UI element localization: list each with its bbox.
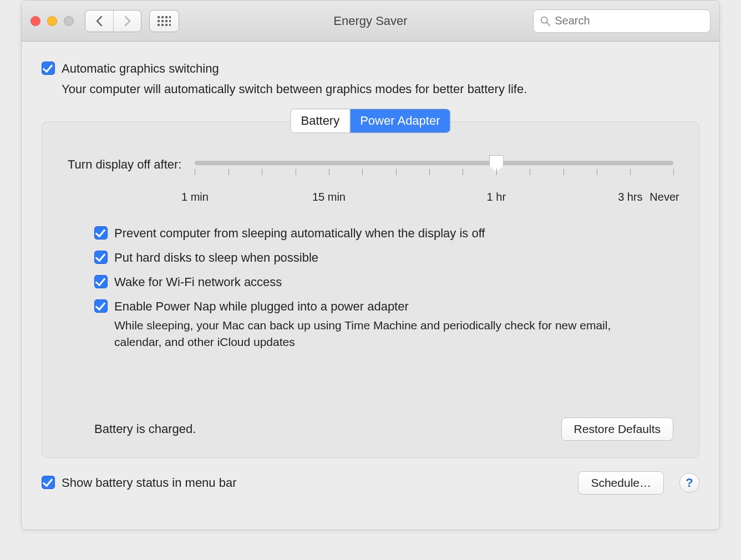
automatic-graphics-checkbox[interactable] — [42, 62, 55, 75]
tab-battery[interactable]: Battery — [291, 109, 350, 133]
power-panel: Battery Power Adapter Turn display off a… — [42, 121, 699, 458]
schedule-button[interactable]: Schedule… — [578, 471, 664, 495]
show-all-button[interactable] — [149, 10, 179, 32]
chevron-left-icon — [95, 16, 103, 27]
close-window-button[interactable] — [31, 16, 40, 26]
search-field[interactable] — [533, 9, 710, 33]
chevron-right-icon — [124, 16, 131, 27]
slider-track — [195, 161, 673, 165]
traffic-lights — [31, 16, 74, 26]
tab-power-adapter[interactable]: Power Adapter — [350, 109, 450, 133]
svg-line-13 — [547, 22, 550, 25]
svg-rect-4 — [158, 20, 160, 22]
minimize-window-button[interactable] — [47, 16, 57, 26]
tick-15min: 15 min — [312, 191, 346, 203]
power-nap-label: Enable Power Nap while plugged into a po… — [114, 299, 409, 314]
power-nap-checkbox[interactable] — [94, 299, 108, 313]
nav-back-forward — [85, 10, 141, 32]
show-battery-label: Show battery status in menu bar — [62, 476, 237, 490]
svg-rect-6 — [165, 20, 168, 22]
tick-1hr: 1 hr — [487, 191, 506, 203]
automatic-graphics-description: Your computer will automatically switch … — [62, 80, 699, 98]
prevent-sleep-row: Prevent computer from sleeping automatic… — [94, 226, 673, 241]
svg-rect-3 — [169, 16, 171, 18]
svg-rect-0 — [158, 16, 160, 18]
show-battery-row: Show battery status in menu bar — [42, 476, 237, 490]
content-area: Automatic graphics switching Your comput… — [22, 42, 719, 458]
wake-wifi-row: Wake for Wi-Fi network access — [94, 275, 673, 289]
restore-defaults-button[interactable]: Restore Defaults — [561, 418, 673, 441]
maximize-window-button — [64, 16, 74, 26]
prevent-sleep-checkbox[interactable] — [94, 226, 108, 240]
wake-wifi-checkbox[interactable] — [94, 275, 108, 288]
panel-footer: Battery is charged. Restore Defaults — [68, 418, 673, 441]
svg-rect-9 — [161, 24, 164, 26]
tick-never: Never — [649, 191, 679, 203]
grid-icon — [158, 16, 171, 26]
power-source-tabs: Battery Power Adapter — [290, 109, 450, 133]
automatic-graphics-row: Automatic graphics switching — [42, 62, 699, 76]
search-icon — [540, 16, 550, 27]
display-sleep-row: Turn display off after: — [68, 157, 673, 207]
svg-point-12 — [541, 17, 547, 23]
slider-tick-labels: 1 min 15 min 1 hr 3 hrs Never — [195, 191, 673, 207]
svg-rect-11 — [169, 24, 171, 26]
tick-3hrs: 3 hrs — [618, 191, 642, 203]
power-nap-description: While sleeping, your Mac can back up usi… — [114, 317, 658, 351]
forward-button[interactable] — [113, 11, 141, 32]
wake-wifi-label: Wake for Wi-Fi network access — [114, 275, 282, 289]
power-nap-row: Enable Power Nap while plugged into a po… — [94, 299, 673, 351]
search-input[interactable] — [555, 14, 703, 27]
display-sleep-slider[interactable]: 1 min 15 min 1 hr 3 hrs Never — [195, 157, 673, 207]
svg-rect-7 — [169, 20, 171, 22]
titlebar: Energy Saver — [22, 1, 719, 42]
slider-ticks — [195, 169, 673, 191]
svg-rect-5 — [161, 20, 164, 22]
window-footer: Show battery status in menu bar Schedule… — [22, 458, 719, 495]
help-button[interactable]: ? — [679, 473, 699, 493]
show-battery-checkbox[interactable] — [42, 476, 55, 489]
help-icon: ? — [686, 476, 693, 490]
tick-1min: 1 min — [181, 191, 209, 203]
back-button[interactable] — [85, 11, 113, 32]
svg-rect-8 — [158, 24, 160, 26]
svg-rect-2 — [165, 16, 168, 18]
preferences-window: Energy Saver Automatic graphics switchin… — [21, 0, 720, 530]
svg-rect-10 — [165, 24, 168, 26]
automatic-graphics-label: Automatic graphics switching — [62, 62, 219, 76]
hard-disks-row: Put hard disks to sleep when possible — [94, 251, 673, 265]
battery-status-text: Battery is charged. — [68, 422, 196, 436]
hard-disks-label: Put hard disks to sleep when possible — [114, 251, 318, 265]
display-sleep-label: Turn display off after: — [68, 157, 181, 172]
svg-rect-1 — [161, 16, 164, 18]
power-options: Prevent computer from sleeping automatic… — [68, 226, 673, 351]
hard-disks-checkbox[interactable] — [94, 251, 108, 264]
prevent-sleep-label: Prevent computer from sleeping automatic… — [114, 226, 485, 241]
